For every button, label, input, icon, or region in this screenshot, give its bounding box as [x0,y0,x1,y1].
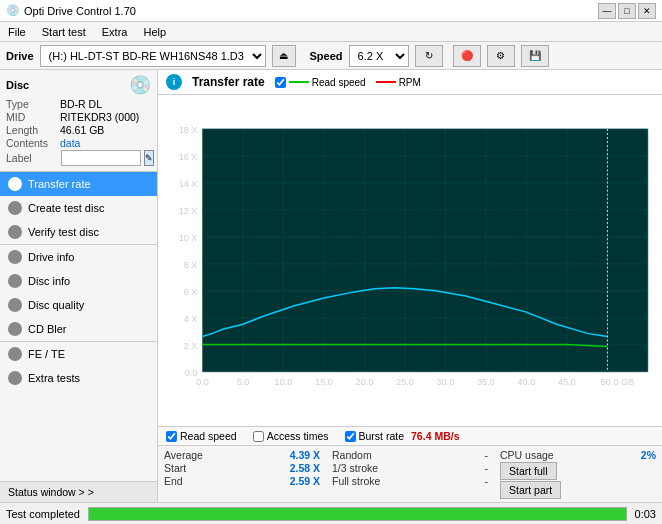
start-entry: Start 2.58 X [164,462,320,474]
label-icon[interactable]: ✎ [144,150,154,166]
start-part-button[interactable]: Start part [500,481,561,499]
restore-button[interactable]: □ [618,3,636,19]
full-stroke-value: - [485,475,489,487]
nav-dot-extra-tests [8,371,22,385]
nav-label-disc-quality: Disc quality [28,299,84,311]
random-value: - [485,449,489,461]
close-button[interactable]: ✕ [638,3,656,19]
start-label: Start [164,462,186,474]
length-value: 46.61 GB [60,124,104,136]
titlebar-left: 💿 Opti Drive Control 1.70 [6,4,136,17]
burst-rate-checkbox[interactable] [345,431,356,442]
settings-button[interactable]: ⚙ [487,45,515,67]
read-speed-checkbox-item: Read speed [166,430,237,442]
cpu-label: CPU usage [500,449,554,461]
full-stroke-label: Full stroke [332,475,380,487]
progress-bar-fill [89,508,626,520]
sidebar: Disc 💿 Type BD-R DL MID RITEKDR3 (000) L… [0,70,158,502]
nav-drive-info[interactable]: Drive info [0,245,157,269]
stats-row: Read speed Access times Burst rate 76.4 … [158,426,662,445]
nav-dot-verify-test-disc [8,225,22,239]
svg-text:4 X: 4 X [184,314,198,324]
svg-text:12 X: 12 X [179,206,198,216]
chart-container: 18 X 16 X 14 X 12 X 10 X 8 X 6 X 4 X 2 X… [158,95,662,426]
length-label: Length [6,124,58,136]
end-value: 2.59 X [290,475,320,487]
data-col-1: Average 4.39 X Start 2.58 X End 2.59 X [158,446,326,502]
menu-help[interactable]: Help [139,25,170,39]
svg-text:15.0: 15.0 [315,377,333,387]
end-entry: End 2.59 X [164,475,320,487]
nav-label-drive-info: Drive info [28,251,74,263]
random-label: Random [332,449,372,461]
svg-text:30.0: 30.0 [437,377,455,387]
eject-button[interactable]: ⏏ [272,45,296,67]
legend-rpm-color [376,81,396,83]
nav-disc-quality[interactable]: Disc quality [0,293,157,317]
burn-button[interactable]: 🔴 [453,45,481,67]
nav-extra-tests[interactable]: Extra tests [0,366,157,390]
chart-title: Transfer rate [192,75,265,89]
disc-section-label: Disc [6,79,29,91]
nav-fe-te[interactable]: FE / TE [0,342,157,366]
nav-disc-info[interactable]: Disc info [0,269,157,293]
average-entry: Average 4.39 X [164,449,320,461]
nav-label-verify-test-disc: Verify test disc [28,226,99,238]
stroke1-entry: 1/3 stroke - [332,462,488,474]
mid-label: MID [6,111,58,123]
contents-label: Contents [6,137,58,149]
chart-header: i Transfer rate Read speed RPM [158,70,662,95]
svg-text:14 X: 14 X [179,179,198,189]
nav-dot-transfer-rate [8,177,22,191]
legend-rpm-label: RPM [399,77,421,88]
svg-text:45.0: 45.0 [558,377,576,387]
status-window-button[interactable]: Status window > > [0,481,157,502]
nav-label-extra-tests: Extra tests [28,372,80,384]
svg-text:10.0: 10.0 [275,377,293,387]
svg-rect-0 [202,129,647,372]
burst-rate-checkbox-item: Burst rate 76.4 MB/s [345,430,460,442]
read-speed-checkbox[interactable] [166,431,177,442]
label-row: Label ✎ [6,150,151,166]
start-full-button[interactable]: Start full [500,462,557,480]
nav-transfer-rate[interactable]: Transfer rate [0,172,157,196]
status-window-label: Status window > > [8,486,94,498]
chart-icon: i [166,74,182,90]
refresh-button[interactable]: ↻ [415,45,443,67]
svg-text:10 X: 10 X [179,233,198,243]
contents-value: data [60,137,80,149]
data-col-3: CPU usage 2% Start full Start part [494,446,662,502]
access-times-checkbox-label: Access times [267,430,329,442]
legend-read-speed-color [289,81,309,83]
svg-text:18 X: 18 X [179,125,198,135]
save-button[interactable]: 💾 [521,45,549,67]
drive-select[interactable]: (H:) HL-DT-ST BD-RE WH16NS48 1.D3 [40,45,266,67]
speed-label: Speed [310,50,343,62]
menu-extra[interactable]: Extra [98,25,132,39]
nav-cd-bler[interactable]: CD Bler [0,317,157,341]
average-value: 4.39 X [290,449,320,461]
nav-verify-test-disc[interactable]: Verify test disc [0,220,157,244]
menu-file[interactable]: File [4,25,30,39]
bottom-status: Test completed 0:03 [0,502,662,524]
access-times-checkbox[interactable] [253,431,264,442]
legend-read-speed-check[interactable] [275,77,286,88]
menubar: File Start test Extra Help [0,22,662,42]
speed-select[interactable]: 6.2 X [349,45,409,67]
start-full-entry: Start full [500,462,656,480]
start-value: 2.58 X [290,462,320,474]
menu-start-test[interactable]: Start test [38,25,90,39]
random-entry: Random - [332,449,488,461]
end-label: End [164,475,183,487]
svg-text:6 X: 6 X [184,287,198,297]
burst-rate-value: 76.4 MB/s [411,430,459,442]
nav-dot-disc-quality [8,298,22,312]
drivebar: Drive (H:) HL-DT-ST BD-RE WH16NS48 1.D3 … [0,42,662,70]
app-icon: 💿 [6,4,20,17]
label-label: Label [6,152,58,164]
nav-dot-disc-info [8,274,22,288]
nav-create-test-disc[interactable]: Create test disc [0,196,157,220]
minimize-button[interactable]: — [598,3,616,19]
label-input[interactable] [61,150,141,166]
stroke1-label: 1/3 stroke [332,462,378,474]
